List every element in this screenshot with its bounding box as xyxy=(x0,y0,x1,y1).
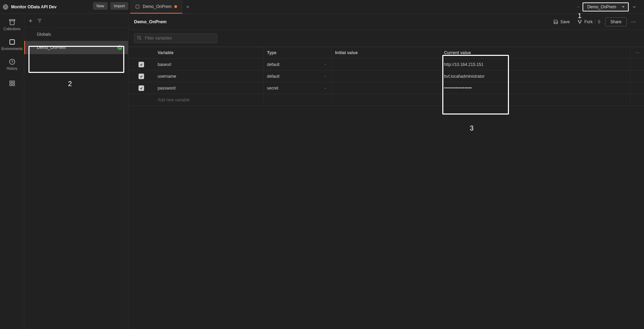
import-button[interactable]: Import xyxy=(110,2,128,10)
var-type[interactable]: default xyxy=(263,59,331,70)
save-label: Save xyxy=(560,19,570,24)
new-tab-button[interactable] xyxy=(182,5,193,9)
fork-label: Fork xyxy=(584,19,593,24)
svg-point-12 xyxy=(579,23,580,23)
box-icon xyxy=(9,39,16,45)
svg-point-19 xyxy=(638,52,639,53)
env-selector-value: Demo_OnPrem xyxy=(587,5,616,9)
add-variable-placeholder[interactable]: Add new variable xyxy=(154,94,263,106)
svg-point-9 xyxy=(117,45,122,50)
row-checkbox[interactable] xyxy=(139,62,144,67)
page-title: Demo_OnPrem xyxy=(134,19,167,24)
var-initial[interactable] xyxy=(331,59,440,70)
save-button[interactable]: Save xyxy=(551,18,572,26)
col-current: Current value xyxy=(440,47,630,58)
sidebar-item-demo-onprem[interactable]: Demo_OnPrem xyxy=(24,41,128,54)
chevron-down-icon xyxy=(324,75,327,78)
svg-point-17 xyxy=(636,52,636,53)
rail-history-label: History xyxy=(7,67,17,70)
filter-variables-input[interactable] xyxy=(134,33,217,43)
col-initial: Initial value xyxy=(331,47,440,58)
var-name[interactable]: baseurl xyxy=(154,59,263,70)
col-type: Type xyxy=(263,47,331,58)
var-initial[interactable] xyxy=(331,82,440,94)
archive-icon xyxy=(9,19,16,26)
callout-label-3: 3 xyxy=(470,124,474,132)
globe-icon xyxy=(3,4,8,10)
dots-icon xyxy=(631,19,636,25)
svg-point-13 xyxy=(632,21,632,22)
box-icon xyxy=(135,4,140,9)
row-checkbox[interactable] xyxy=(139,74,144,79)
callout-label-2: 2 xyxy=(68,80,72,88)
nav-rail: Collections Environments History xyxy=(0,14,24,329)
search-icon xyxy=(137,35,142,40)
tab-demo-onprem[interactable]: Demo_OnPrem xyxy=(130,0,182,14)
table-row: username default bvt.local\administrator xyxy=(128,70,644,82)
table-row: baseurl default http://10.164.215.151 xyxy=(128,59,644,70)
chevron-down-icon xyxy=(324,63,327,66)
svg-point-14 xyxy=(633,21,634,22)
fork-count: 0 xyxy=(595,19,600,24)
rail-collections[interactable]: Collections xyxy=(0,17,24,33)
svg-point-15 xyxy=(635,21,636,22)
svg-point-16 xyxy=(137,36,140,39)
sidebar: Globals Demo_OnPrem 2 xyxy=(24,14,128,329)
tab-label: Demo_OnPrem xyxy=(143,4,172,9)
rail-history[interactable]: History xyxy=(0,56,24,73)
top-bar: Monitor OData API Dev New Import Demo_On… xyxy=(0,0,644,14)
table-row: password secret ••••••••••••••••••• xyxy=(128,82,644,94)
var-current[interactable]: bvt.local\administrator xyxy=(440,70,630,82)
chevron-down-icon xyxy=(324,86,327,90)
svg-point-10 xyxy=(578,20,579,21)
env-quicklook-button[interactable] xyxy=(629,2,639,12)
filter-env-button[interactable] xyxy=(37,18,42,24)
variables-table: Variable Type Initial value Current valu… xyxy=(128,47,644,106)
rail-environments-label: Environments xyxy=(1,47,23,51)
svg-point-18 xyxy=(637,52,638,53)
sidebar-env-label: Demo_OnPrem xyxy=(37,45,66,50)
svg-rect-3 xyxy=(10,40,14,44)
sidebar-globals-label: Globals xyxy=(37,32,51,37)
dots-icon xyxy=(635,50,640,55)
var-type[interactable]: default xyxy=(263,70,331,82)
new-button[interactable]: New xyxy=(93,2,108,10)
svg-rect-5 xyxy=(10,81,11,83)
create-env-button[interactable] xyxy=(28,18,33,24)
rail-apps[interactable] xyxy=(0,78,24,88)
svg-rect-6 xyxy=(12,81,14,83)
svg-rect-8 xyxy=(12,84,14,86)
var-current[interactable]: http://10.164.215.151 xyxy=(440,59,630,70)
svg-point-11 xyxy=(581,20,582,21)
main-panel: Demo_OnPrem Save Fork 0 Share xyxy=(128,14,644,329)
environment-selector[interactable]: Demo_OnPrem xyxy=(583,2,629,11)
more-actions-button[interactable] xyxy=(629,18,638,26)
save-icon xyxy=(553,19,558,24)
row-checkbox[interactable] xyxy=(139,85,144,91)
check-icon xyxy=(117,45,123,50)
var-initial[interactable] xyxy=(331,70,440,82)
table-row-add[interactable]: Add new variable xyxy=(128,94,644,106)
svg-rect-2 xyxy=(9,20,15,21)
tab-strip: Demo_OnPrem xyxy=(130,0,193,14)
svg-rect-1 xyxy=(136,5,139,8)
svg-rect-7 xyxy=(10,84,11,86)
var-name[interactable]: password xyxy=(154,82,263,94)
col-variable: Variable xyxy=(154,47,263,58)
table-header-menu[interactable] xyxy=(630,47,644,58)
var-name[interactable]: username xyxy=(154,70,263,82)
sidebar-item-globals[interactable]: Globals xyxy=(24,28,128,41)
fork-icon xyxy=(577,19,582,24)
callout-label-1: 1 xyxy=(578,12,582,20)
grid-icon xyxy=(9,80,15,86)
clock-icon xyxy=(9,58,16,65)
rail-environments[interactable]: Environments xyxy=(0,36,24,53)
var-type[interactable]: secret xyxy=(263,82,331,94)
workspace-name[interactable]: Monitor OData API Dev xyxy=(11,5,57,9)
unsaved-dot-icon xyxy=(174,5,177,8)
rail-collections-label: Collections xyxy=(3,27,20,31)
share-button[interactable]: Share xyxy=(605,17,627,26)
var-current[interactable]: ••••••••••••••••••• xyxy=(440,82,630,94)
